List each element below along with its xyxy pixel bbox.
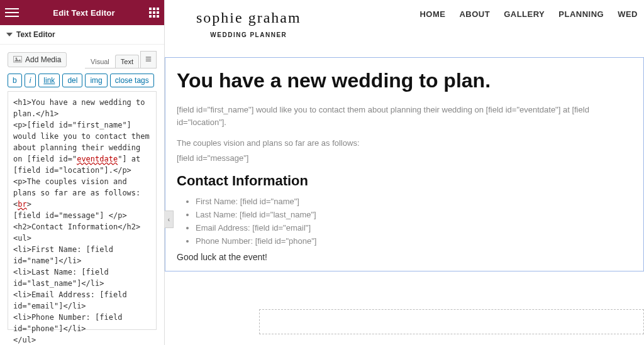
- editor-sidebar: Edit Text Editor Text Editor Add Media V…: [0, 0, 165, 345]
- add-media-button[interactable]: Add Media: [8, 52, 67, 67]
- list-item: First Name: [field id="name"]: [196, 197, 632, 206]
- content-p3: [field id="message"]: [177, 152, 632, 165]
- section-label: Text Editor: [16, 30, 55, 39]
- site-brand: sophie graham WEDDING PLANNER: [196, 9, 301, 38]
- content-h2: Contact Information: [177, 173, 632, 189]
- drop-zone[interactable]: [259, 309, 644, 334]
- nav-gallery[interactable]: GALLERY: [504, 9, 545, 19]
- svg-rect-2: [146, 57, 151, 57]
- sidebar-title: Edit Text Editor: [53, 8, 114, 18]
- brand-sub: WEDDING PLANNER: [196, 31, 301, 38]
- media-icon: [13, 55, 22, 64]
- qt-img[interactable]: img: [85, 74, 107, 87]
- brand-name: sophie graham: [196, 9, 301, 26]
- section-text-editor[interactable]: Text Editor: [0, 25, 164, 45]
- content-luck: Good luck at the event!: [177, 252, 632, 262]
- add-media-label: Add Media: [25, 55, 61, 64]
- nav-home[interactable]: HOME: [419, 9, 445, 19]
- nav-planning[interactable]: PLANNING: [558, 9, 604, 19]
- qt-close-tags[interactable]: close tags: [110, 74, 154, 87]
- list-item: Phone Number: [field id="phone"]: [196, 236, 632, 246]
- code-editor[interactable]: <h1>You have a new wedding to plan.</h1>…: [8, 91, 157, 330]
- qt-link[interactable]: link: [38, 74, 60, 87]
- qt-b[interactable]: b: [8, 74, 22, 87]
- tab-text[interactable]: Text: [115, 55, 139, 68]
- content-frame[interactable]: You have a new wedding to plan. [field i…: [165, 57, 644, 271]
- nav-wed[interactable]: WED: [618, 9, 638, 19]
- main-nav: HOME ABOUT GALLERY PLANNING WED: [419, 9, 638, 19]
- content-h1: You have a new wedding to plan.: [177, 69, 632, 92]
- qt-del[interactable]: del: [62, 74, 82, 87]
- apps-icon[interactable]: [149, 8, 159, 18]
- list-item: Last Name: [field id="last_name"]: [196, 210, 632, 219]
- svg-rect-3: [146, 58, 151, 59]
- editor-settings-button[interactable]: [140, 51, 157, 68]
- site-header: sophie graham WEDDING PLANNER HOME ABOUT…: [165, 6, 644, 57]
- nav-about[interactable]: ABOUT: [459, 9, 490, 19]
- preview-pane: ‹ sophie graham WEDDING PLANNER HOME ABO…: [165, 0, 644, 345]
- contact-list: First Name: [field id="name"] Last Name:…: [196, 197, 632, 246]
- menu-icon[interactable]: [5, 8, 19, 17]
- editor-tabs: Visual Text: [85, 51, 157, 68]
- editor-panel: Add Media Visual Text b i link del img c…: [0, 45, 164, 345]
- content-p1: [field id="first_name"] would like you t…: [177, 104, 632, 128]
- quicktags-row: b i link del img close tags: [8, 74, 157, 87]
- content-p2: The couples vision and plans so far are …: [177, 137, 632, 150]
- caret-down-icon: [6, 33, 13, 36]
- list-item: Email Address: [field id="email"]: [196, 223, 632, 233]
- svg-rect-4: [146, 60, 151, 61]
- bars-icon: [145, 55, 152, 63]
- tab-visual[interactable]: Visual: [85, 55, 115, 68]
- sidebar-header: Edit Text Editor: [0, 0, 164, 25]
- qt-i[interactable]: i: [25, 74, 36, 87]
- collapse-handle[interactable]: ‹: [165, 211, 174, 228]
